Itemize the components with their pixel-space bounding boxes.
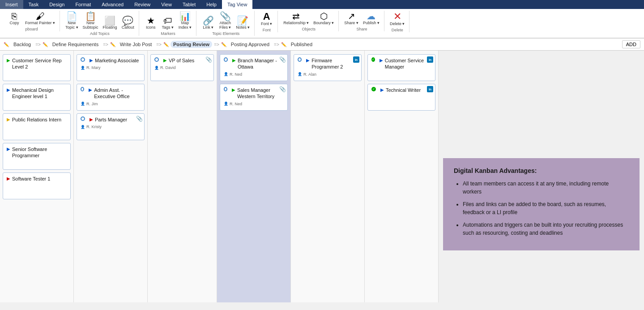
publish-button[interactable]: ☁Publish: [361, 11, 381, 26]
card-sales-manager[interactable]: ▶ Sales Manager Western Territory R. Ned…: [220, 84, 288, 111]
card-assignee: R. Mary: [81, 65, 141, 70]
card-admin-asst[interactable]: ▶ Admin Asst. - Executive Office R. Jim: [77, 84, 145, 111]
clip-icon: 📎: [205, 56, 212, 63]
card-assignee: R. Ned: [224, 72, 284, 77]
link-button[interactable]: 🔗Link: [200, 15, 216, 30]
flag-icon: ▶: [90, 58, 93, 63]
card-mechanical-design[interactable]: ▶ Mechanical Design Engineer level 1: [3, 84, 71, 111]
card-technical-writer[interactable]: ▶ Technical Writer in: [367, 84, 435, 111]
card-public-relations[interactable]: ▶ Public Relations Intern: [3, 113, 71, 140]
wf-arrow-5: =>: [274, 42, 279, 47]
tab-insert[interactable]: Insert: [0, 0, 23, 9]
card-senior-software[interactable]: ▶ Senior Software Programmer: [3, 143, 71, 170]
floating-button[interactable]: ⬜Floating: [101, 15, 119, 30]
card-parts-manager[interactable]: ▶ Parts Manager R. Kristy 📎: [77, 113, 145, 140]
info-box: Digital Kanban Advantages: All team memb…: [443, 158, 640, 250]
wf-label-published: Published: [288, 41, 315, 48]
font-label: Font: [263, 28, 271, 32]
add-topics-group: 📄NewTopic 📋NewSubtopic ⬜Floating 💬Callou…: [61, 11, 139, 36]
wf-item-backlog[interactable]: ✏️ Backlog: [4, 41, 34, 48]
flag-icon: ▶: [380, 87, 384, 92]
tab-format[interactable]: Format: [70, 0, 96, 9]
clipboard-label: pboard: [26, 27, 38, 31]
new-subtopic-button[interactable]: 📋NewSubtopic: [81, 11, 100, 30]
tags-button[interactable]: 🏷Tags: [160, 15, 176, 30]
status-open-icon: [81, 116, 85, 121]
ribbon-tabs[interactable]: Insert Task Design Format Advanced Revie…: [0, 0, 644, 9]
status-open-icon: [224, 57, 228, 62]
add-stage-button[interactable]: ADD: [622, 40, 640, 48]
status-check-icon: [371, 57, 375, 62]
card-software-tester[interactable]: ▶ Software Tester 1: [3, 172, 71, 199]
font-button[interactable]: AFont: [259, 11, 275, 27]
tab-tablet[interactable]: Tablet: [177, 0, 201, 9]
ribbon-content: ⎘Copy 🖌Format Painter pboard 📄NewTopic 📋…: [0, 9, 644, 38]
card-assignee: R. Alan: [298, 72, 358, 77]
share-button[interactable]: ↗Share: [342, 11, 360, 26]
status-open-icon: [81, 57, 85, 62]
tab-help[interactable]: Help: [201, 0, 222, 9]
format-painter-button[interactable]: 🖌Format Painter: [23, 11, 57, 26]
wf-label-posting-approved: Posting Approved: [228, 41, 272, 48]
icons-button[interactable]: ★Icons: [143, 15, 159, 30]
card-title: Software Tester 1: [12, 176, 50, 182]
notes-button[interactable]: 📝Notes: [234, 15, 252, 30]
card-assignee: R. Jim: [81, 102, 141, 106]
info-box-list: All team members can access it at any ti…: [454, 180, 629, 237]
flag-icon: ▶: [89, 87, 92, 92]
wf-icon-backlog: ✏️: [4, 42, 9, 47]
clipboard-group: ⎘Copy 🖌Format Painter pboard: [4, 11, 60, 31]
wf-item-posting-approved[interactable]: ✏️ Posting Approved: [221, 41, 272, 48]
card-vp-sales[interactable]: ▶ VP of Sales R. David 📎: [150, 54, 214, 81]
col-posting-approved: ▶ Firmware Programmer 2 R. Alan in: [291, 51, 365, 302]
wf-item-published[interactable]: ✏️ Published: [281, 41, 315, 48]
wf-item-posting-review[interactable]: ✏️ Posting Review: [163, 41, 212, 48]
wf-icon-posting-approved: ✏️: [221, 42, 226, 47]
callout-button[interactable]: 💬Callout: [120, 15, 136, 30]
tab-tag-view[interactable]: Tag View: [222, 0, 252, 9]
flag-icon: ▶: [7, 176, 10, 181]
card-customer-service-manager[interactable]: ▶ Customer Service Manager in: [367, 54, 435, 81]
add-topics-label: Add Topics: [90, 31, 110, 36]
attach-files-button[interactable]: 📎AttachFiles: [217, 11, 233, 30]
tab-task[interactable]: Task: [23, 0, 44, 9]
markers-group: ★Icons 🏷Tags 📊MapIndex Markers: [140, 11, 197, 36]
info-box-item-2: Files and links can be added to the boar…: [463, 200, 629, 216]
tab-view[interactable]: View: [156, 0, 177, 9]
tab-advanced[interactable]: Advanced: [96, 0, 129, 9]
card-marketing-associate[interactable]: ▶ Marketing Associate R. Mary: [77, 54, 145, 81]
card-title: Parts Manager: [95, 116, 127, 123]
map-index-button[interactable]: 📊MapIndex: [177, 11, 194, 30]
tab-design[interactable]: Design: [44, 0, 70, 9]
copy-button[interactable]: ⎘Copy: [6, 11, 22, 26]
card-title: Admin Asst. - Executive Office: [94, 87, 141, 100]
clip-icon: 📎: [279, 86, 286, 92]
info-box-item-1: All team members can access it at any ti…: [463, 180, 629, 196]
card-customer-service-rep[interactable]: ▶ Customer Service Rep Level 2: [3, 54, 71, 81]
objects-group: ⇄Relationship ⬡Boundary Objects: [279, 11, 339, 31]
delete-button[interactable]: ✕Delete: [388, 11, 407, 27]
card-title: Marketing Associate: [95, 57, 139, 64]
wf-item-write[interactable]: ✏️ Write Job Post: [110, 41, 154, 48]
workflow-bar: ✏️ Backlog => ✏️ Define Requirements => …: [0, 39, 644, 51]
card-title: Technical Writer: [386, 87, 421, 93]
col-define-requirements: ▶ Marketing Associate R. Mary ▶ Admin As…: [74, 51, 148, 302]
wf-item-define[interactable]: ✏️ Define Requirements: [43, 41, 101, 48]
objects-label: Objects: [302, 27, 316, 31]
card-branch-manager[interactable]: ▶ Branch Manager - Ottawa R. Ned 📎: [220, 54, 288, 81]
clip-icon: 📎: [279, 56, 286, 63]
boundary-button[interactable]: ⬡Boundary: [311, 11, 336, 26]
wf-icon-write: ✏️: [110, 42, 115, 47]
wf-label-posting-review: Posting Review: [171, 41, 212, 48]
col-backlog: ▶ Customer Service Rep Level 2 ▶ Mechani…: [0, 51, 74, 302]
card-assignee: R. Ned: [224, 102, 284, 106]
tab-review[interactable]: Review: [129, 0, 156, 9]
card-title: Senior Software Programmer: [12, 146, 67, 159]
card-title: Public Relations Intern: [12, 116, 61, 123]
new-topic-button[interactable]: 📄NewTopic: [64, 11, 80, 30]
card-firmware-programmer[interactable]: ▶ Firmware Programmer 2 R. Alan in: [294, 54, 362, 81]
relationship-button[interactable]: ⇄Relationship: [281, 11, 311, 26]
flag-icon: ▶: [232, 58, 236, 63]
flag-icon: ▶: [232, 87, 235, 92]
delete-label: Delete: [392, 28, 403, 32]
